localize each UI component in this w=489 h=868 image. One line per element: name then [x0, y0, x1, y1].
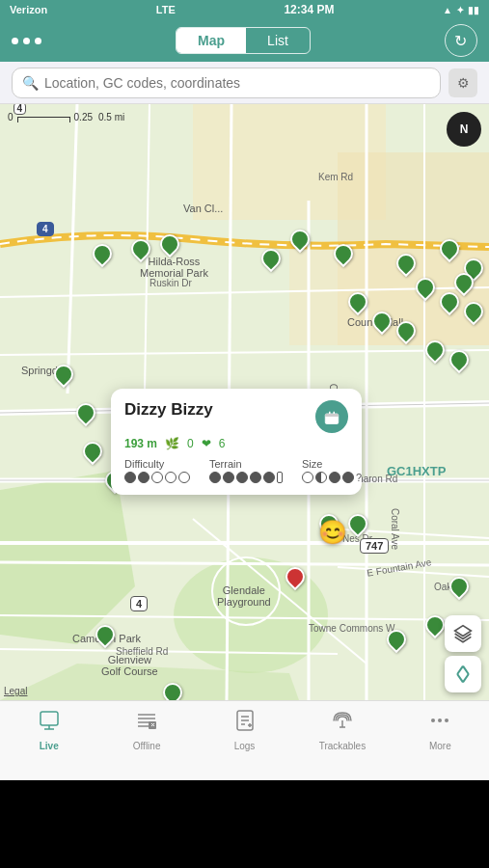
legal-text[interactable]: Legal [4, 686, 27, 696]
terr-dot-5 [263, 472, 275, 483]
cache-pin-5[interactable] [289, 230, 311, 257]
location-button[interactable] [445, 656, 481, 692]
gc-code[interactable]: GC1HXTP [387, 464, 446, 478]
map-area[interactable]: 0 4 0.25 0.5 mi N Ruskin Dr Dean Dr W Sh… [0, 104, 489, 700]
svg-point-56 [445, 719, 448, 722]
terrain-rating: Terrain [209, 458, 283, 483]
cache-pin-22[interactable] [448, 350, 470, 377]
popup-title: Dizzy Bizzy [124, 400, 213, 420]
cache-pin-16[interactable] [82, 442, 103, 469]
tab-more-label: More [429, 741, 451, 751]
size-dot-q: ? [356, 472, 367, 483]
cache-pin-20[interactable] [395, 321, 417, 348]
tab-logs[interactable]: Logs [196, 709, 293, 751]
cache-pin-1[interactable] [92, 244, 113, 271]
cache-pin-12[interactable] [439, 292, 460, 319]
logs-icon [233, 709, 257, 738]
search-bar: 🔍 ⚙ [0, 62, 489, 104]
compass-label: N [460, 122, 469, 136]
size-dot-2 [315, 472, 327, 483]
location-status-icon: ▲ [443, 5, 452, 15]
highway-badge-4: 4 [37, 222, 54, 236]
tab-live-label: Live [40, 741, 59, 751]
tab-more[interactable]: More [392, 709, 489, 751]
cache-pin-26[interactable] [424, 615, 446, 642]
search-input-wrap[interactable]: 🔍 [12, 68, 441, 98]
svg-line-32 [463, 666, 469, 674]
battery-icon: ▮▮ [468, 5, 479, 15]
cache-pin-27[interactable] [386, 630, 407, 657]
terr-dot-1 [209, 472, 221, 483]
cache-pin-18[interactable] [347, 292, 368, 319]
tab-bar: Live Offline [0, 700, 489, 780]
cache-pin-10[interactable] [415, 278, 436, 305]
network-label: LTE [156, 4, 176, 15]
trackables-icon [331, 709, 354, 738]
fav-icon: 🌿 [165, 437, 179, 450]
size-rating: Size ? [302, 458, 367, 483]
terr-dot-2 [223, 472, 234, 483]
popup-header: Dizzy Bizzy [124, 400, 348, 433]
tab-list[interactable]: List [246, 28, 310, 53]
size-dot-4 [342, 472, 354, 483]
nav-bar: Map List ↻ [0, 19, 489, 62]
terrain-dots [209, 472, 283, 483]
highway-badge-4b: 4 [130, 596, 148, 611]
heart-icon: ❤ [202, 437, 211, 450]
scale-half: 0.25 [74, 112, 93, 122]
cache-pin-13[interactable] [463, 302, 484, 329]
search-input[interactable] [44, 75, 430, 91]
diff-dot-2 [138, 472, 149, 483]
cache-pin-24[interactable] [347, 514, 368, 541]
cache-pin-6[interactable] [333, 244, 354, 271]
time-label: 12:34 PM [284, 3, 334, 16]
diff-dot-4 [165, 472, 177, 483]
cache-pin-golf[interactable] [162, 683, 183, 700]
cache-pin-21[interactable] [424, 340, 446, 367]
terrain-label: Terrain [209, 458, 283, 470]
svg-line-33 [457, 666, 463, 674]
size-label: Size [302, 458, 367, 470]
fav-count: 0 [187, 437, 194, 450]
size-dot-1 [302, 472, 313, 483]
tab-trackables-label: Trackables [319, 741, 367, 751]
tab-trackables[interactable]: Trackables [293, 709, 391, 751]
status-bar: Verizon LTE 12:34 PM ▲ ✦ ▮▮ [0, 0, 489, 19]
cache-pin-7[interactable] [395, 254, 417, 281]
diff-dot-5 [178, 472, 190, 483]
cache-pin-4[interactable] [260, 249, 282, 276]
refresh-button[interactable]: ↻ [445, 24, 477, 57]
cache-pin-8[interactable] [439, 239, 460, 266]
compass: N [447, 112, 481, 147]
likes-count: 6 [219, 437, 226, 450]
status-icons: ▲ ✦ ▮▮ [443, 5, 479, 15]
cache-pin-25[interactable] [448, 577, 470, 604]
emoji-pin[interactable]: 😊 [318, 519, 347, 546]
tab-offline[interactable]: Offline [97, 709, 195, 751]
nav-tabs: Map List [176, 27, 311, 54]
cache-pin-active[interactable] [285, 567, 306, 594]
search-settings-button[interactable]: ⚙ [448, 68, 477, 97]
more-icon [428, 709, 451, 738]
tab-logs-label: Logs [234, 741, 256, 751]
cache-pin-14[interactable] [53, 365, 74, 392]
cache-pin-cameron[interactable] [95, 625, 116, 652]
svg-point-54 [431, 719, 435, 722]
scale-bar: 0 4 0.25 0.5 mi [8, 112, 124, 122]
popup-cache-icon[interactable] [315, 400, 348, 433]
tab-map[interactable]: Map [177, 28, 246, 53]
svg-point-55 [438, 719, 442, 722]
tab-live[interactable]: Live [0, 709, 97, 751]
menu-dots[interactable] [12, 38, 41, 44]
terr-dot-3 [236, 472, 248, 483]
cache-pin-3[interactable] [159, 234, 180, 261]
difficulty-rating: Difficulty [124, 458, 190, 483]
popup-ratings: Difficulty Terrain [124, 458, 348, 483]
cache-pin-15[interactable] [75, 403, 96, 430]
terr-dot-6 [277, 472, 283, 483]
cache-pin-2[interactable] [130, 239, 151, 266]
svg-line-34 [457, 674, 463, 682]
layers-button[interactable] [445, 615, 481, 652]
cache-pin-19[interactable] [371, 312, 393, 339]
diff-dot-3 [151, 472, 163, 483]
